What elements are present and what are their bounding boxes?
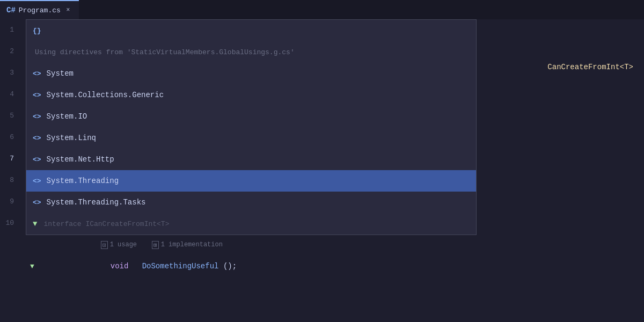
autocomplete-item-threading[interactable]: <> System.Threading xyxy=(26,170,476,192)
line8-arrow: ▼ xyxy=(33,219,37,228)
line10-arrow: ▼ xyxy=(30,262,34,270)
line1-icon: {} xyxy=(33,27,41,35)
autocomplete-item-io[interactable]: <> System.IO xyxy=(26,106,476,127)
item-label-linq: System.Linq xyxy=(47,134,96,142)
code-badges-line: ⊡ 1 usage ⊞ 1 implementation xyxy=(26,234,644,255)
line-num-8: 8 xyxy=(0,170,19,191)
void-keyword: void xyxy=(111,262,129,270)
method-parens: (); xyxy=(223,262,237,270)
ns-icon-threading-tasks: <> xyxy=(33,199,41,207)
autocomplete-line8: ▼ interface ICanCreateFromInt<T> xyxy=(26,213,476,235)
item-label-threading-tasks: System.Threading.Tasks xyxy=(47,198,146,207)
autocomplete-item-nethttp[interactable]: <> System.Net.Http xyxy=(26,149,476,170)
right-code-area: CanCreateFromInt<T> xyxy=(547,62,633,72)
line-num-3: 3 xyxy=(0,62,19,84)
right-code-text: CanCreateFromInt<T> xyxy=(547,63,633,71)
item-label-io: System.IO xyxy=(47,112,87,121)
item-label-threading: System.Threading xyxy=(47,177,119,185)
line-num-1: 1 xyxy=(0,19,19,41)
line-num-2: 2 xyxy=(0,41,19,62)
ns-icon-collections: <> xyxy=(33,91,41,99)
impl-icon: ⊞ xyxy=(152,241,159,249)
item-label-collections-generic: System.Collections.Generic xyxy=(47,91,164,99)
usage-icon: ⊡ xyxy=(101,241,108,249)
line-num-5: 5 xyxy=(0,105,19,127)
line-num-9: 9 xyxy=(0,191,19,213)
autocomplete-item-linq[interactable]: <> System.Linq xyxy=(26,127,476,149)
line-num-10: 10 xyxy=(0,213,19,234)
autocomplete-info-text: Using directives from 'StaticVirtualMemb… xyxy=(35,48,295,56)
method-name: DoSomethingUseful xyxy=(142,262,219,270)
tab-close-button[interactable]: × xyxy=(64,6,72,14)
code-line-10: ▼ void DoSomethingUseful (); xyxy=(26,255,644,277)
code-area: {} Using directives from 'StaticVirtualM… xyxy=(26,19,644,322)
impl-count-text: 1 implementation xyxy=(161,241,223,248)
line8-partial: interface ICanCreateFromInt<T> xyxy=(43,220,169,228)
autocomplete-info: Using directives from 'StaticVirtualMemb… xyxy=(26,41,476,63)
editor: 1 2 3 4 5 6 7 8 9 10 {} Using directives… xyxy=(0,19,644,322)
line-num-7: 7 xyxy=(0,148,19,170)
implementation-badge[interactable]: ⊞ 1 implementation xyxy=(152,241,223,249)
usage-badge[interactable]: ⊡ 1 usage xyxy=(101,241,137,249)
autocomplete-dropdown[interactable]: {} Using directives from 'StaticVirtualM… xyxy=(26,19,477,235)
line-numbers: 1 2 3 4 5 6 7 8 9 10 xyxy=(0,19,26,322)
tab-filename: Program.cs xyxy=(19,6,61,14)
autocomplete-item-collections-generic[interactable]: <> System.Collections.Generic xyxy=(26,84,476,106)
ns-icon-nethttp: <> xyxy=(33,156,41,164)
item-label-nethttp: System.Net.Http xyxy=(47,155,114,164)
csharp-tab-icon: C# xyxy=(6,6,16,14)
ns-icon-threading: <> xyxy=(33,177,41,185)
ns-icon-linq: <> xyxy=(33,134,41,142)
ns-icon-system: <> xyxy=(33,70,41,78)
ns-icon-io: <> xyxy=(33,113,41,121)
autocomplete-line1: {} xyxy=(26,20,476,41)
line10-content: void DoSomethingUseful (); xyxy=(111,262,237,270)
usage-count-text: 1 usage xyxy=(110,241,137,248)
line-num-4: 4 xyxy=(0,84,19,105)
autocomplete-item-threading-tasks[interactable]: <> System.Threading.Tasks xyxy=(26,192,476,213)
autocomplete-item-system[interactable]: <> System xyxy=(26,63,476,84)
item-label-system: System xyxy=(47,69,74,78)
line-num-6: 6 xyxy=(0,127,19,148)
tab-bar: C# Program.cs × xyxy=(0,0,644,19)
tab-program-cs[interactable]: C# Program.cs × xyxy=(0,0,79,19)
